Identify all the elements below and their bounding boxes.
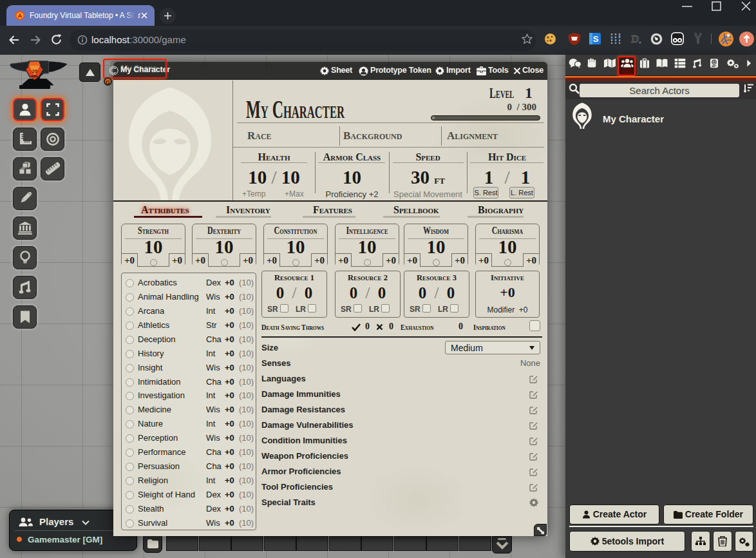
svg-text:D: D [631,33,639,44]
svg-text:20: 20 [32,68,37,74]
svg-text:S: S [593,34,599,44]
